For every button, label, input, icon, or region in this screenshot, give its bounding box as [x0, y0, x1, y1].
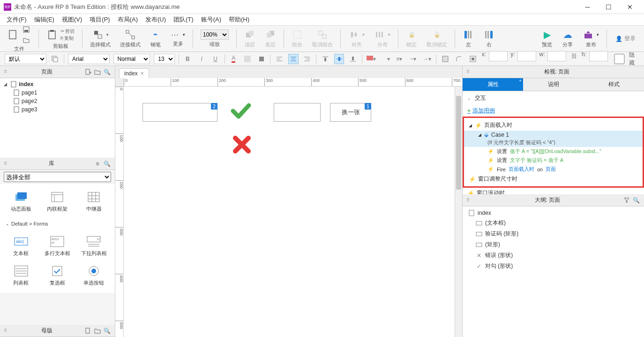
bold-button[interactable]: B: [183, 54, 193, 64]
valign-bottom-button[interactable]: [348, 54, 358, 64]
menu-file[interactable]: 文件(F): [5, 15, 29, 25]
send-back-icon[interactable]: [265, 29, 276, 40]
copy-style-icon[interactable]: [50, 54, 60, 64]
fill-color-button[interactable]: ▾: [366, 54, 376, 64]
lock-icon[interactable]: 🔒: [406, 29, 417, 40]
interactions-section-header[interactable]: ⌄ 交互: [463, 91, 644, 105]
outline-item-index[interactable]: index: [463, 208, 644, 218]
open-icon[interactable]: [22, 35, 31, 44]
select-mode-icon[interactable]: [92, 29, 104, 40]
new-file-icon[interactable]: [7, 29, 19, 40]
panel-handle-icon[interactable]: ⠿: [4, 161, 7, 166]
underline-button[interactable]: U: [210, 54, 221, 64]
lib-section-forms[interactable]: ⌄Default > Forms: [0, 219, 115, 228]
outline-item-textbox[interactable]: (文本框): [463, 218, 644, 228]
line-width-button[interactable]: ≡▾: [394, 54, 404, 64]
tree-item-page1[interactable]: page1: [0, 88, 115, 97]
lib-item-textarea[interactable]: abcdef多行文本框: [40, 232, 75, 260]
lib-item-iframe[interactable]: 内联框架: [40, 188, 75, 215]
cut-button[interactable]: ✂剪切: [60, 28, 75, 35]
panel-handle-icon[interactable]: ⠿: [4, 328, 7, 333]
distribute-icon[interactable]: [374, 29, 385, 40]
add-master-icon[interactable]: [84, 327, 92, 335]
lib-item-radio[interactable]: 单选按钮: [76, 262, 111, 289]
close-button[interactable]: ✕: [619, 0, 640, 14]
bring-front-icon[interactable]: [244, 29, 255, 40]
tree-item-page3[interactable]: page3: [0, 105, 115, 114]
search-master-icon[interactable]: 🔍: [103, 327, 111, 335]
menu-project[interactable]: 项目(P): [88, 15, 112, 25]
arrow-style-button[interactable]: →▾: [422, 54, 432, 64]
action-set-text[interactable]: ⚡ 设置 文字于 验证码 = 值于 A: [464, 156, 643, 165]
lib-item-repeater[interactable]: 中继器: [76, 188, 111, 215]
login-button[interactable]: 👤 登录: [611, 35, 640, 43]
text-color-button[interactable]: A: [228, 54, 239, 64]
inspector-tab-notes[interactable]: 说明: [523, 78, 584, 91]
font-size-select[interactable]: 13: [154, 54, 174, 64]
font-weight-select[interactable]: Normal: [113, 54, 150, 64]
dock-left-icon[interactable]: [463, 29, 474, 40]
preview-icon[interactable]: ▶: [541, 29, 553, 40]
maximize-button[interactable]: ☐: [598, 0, 619, 14]
align-center-button[interactable]: [288, 54, 299, 64]
panel-handle-icon[interactable]: ⠿: [466, 69, 470, 74]
menu-layout[interactable]: 布局(A): [116, 15, 140, 25]
inspector-tab-properties[interactable]: 属性*: [463, 78, 523, 91]
x-input[interactable]: [489, 51, 508, 61]
tree-item-page2[interactable]: page2: [0, 97, 115, 105]
canvas[interactable]: 2 1 换一张: [124, 87, 455, 337]
library-select[interactable]: 选择全部: [4, 172, 111, 182]
panel-handle-icon[interactable]: ⠿: [4, 69, 7, 74]
panel-handle-icon[interactable]: ⠿: [466, 198, 470, 203]
event-pageload[interactable]: ◢ ⚡ 页面载入时: [464, 120, 643, 131]
check-shape-widget[interactable]: [229, 101, 253, 122]
paste-icon[interactable]: [46, 29, 58, 40]
tab-close-icon[interactable]: ×: [141, 70, 144, 77]
zoom-select[interactable]: 100%: [201, 29, 229, 40]
corner-radius-button[interactable]: [454, 54, 464, 64]
outer-shadow-button[interactable]: [256, 54, 267, 64]
action-fire-event[interactable]: ⚡ Fire 页面载入时 on 页面: [464, 165, 643, 174]
add-page-icon[interactable]: [84, 68, 92, 76]
menu-account[interactable]: 账号(A): [199, 15, 223, 25]
outline-item-check-shape[interactable]: ✓ 对勾 (形状): [463, 261, 644, 271]
captcha-widget[interactable]: [274, 103, 321, 122]
bg-color-button[interactable]: [242, 54, 253, 64]
line-color-button[interactable]: ▾: [380, 54, 390, 64]
search-pages-icon[interactable]: 🔍: [103, 68, 111, 76]
valign-top-button[interactable]: [320, 54, 330, 64]
tab-index[interactable]: index ×: [119, 68, 149, 78]
lib-item-listbox[interactable]: 列表框: [4, 262, 38, 289]
more-icon[interactable]: ⋯: [171, 30, 180, 39]
outline-item-captcha[interactable]: 验证码 (矩形): [463, 228, 644, 239]
align-right-button[interactable]: [302, 54, 313, 64]
search-lib-icon[interactable]: 🔍: [103, 160, 111, 168]
lib-menu-icon[interactable]: ≡: [93, 160, 102, 168]
outline-item-rect[interactable]: (矩形): [463, 239, 644, 250]
inner-shadow-button[interactable]: [440, 54, 450, 64]
add-master-folder-icon[interactable]: [93, 327, 102, 335]
style-preset-select[interactable]: 默认: [5, 54, 46, 64]
lib-item-textbox[interactable]: abc|文本框: [4, 232, 38, 260]
refresh-button-widget[interactable]: 1 换一张: [330, 103, 371, 122]
align-icon[interactable]: [348, 29, 359, 40]
dock-right-icon[interactable]: [483, 29, 494, 40]
copy-button[interactable]: ⎘复制: [60, 35, 75, 42]
lib-item-dropdown[interactable]: 下拉列表框: [76, 232, 111, 260]
canvas-scrollbar-v[interactable]: [455, 87, 462, 337]
add-case-link[interactable]: +添加用例: [463, 105, 644, 117]
textbox-widget[interactable]: 2: [142, 103, 217, 122]
h-input[interactable]: [589, 51, 608, 61]
inspector-tab-style[interactable]: 样式: [584, 78, 644, 91]
case-row[interactable]: ◢ ⬙ Case 1: [464, 131, 643, 139]
menu-publish[interactable]: 发布(U): [143, 15, 168, 25]
lib-item-dynamic-panel[interactable]: 动态面板: [4, 188, 38, 215]
valign-middle-button[interactable]: [334, 54, 344, 64]
action-set-value[interactable]: ⚡ 设置 值于 A = "[[A]][[OnLoadVariable.subst…: [464, 147, 643, 156]
align-left-button[interactable]: [274, 54, 285, 64]
menu-team[interactable]: 团队(T): [172, 15, 195, 25]
lib-item-checkbox[interactable]: 复选框: [40, 262, 75, 289]
italic-button[interactable]: I: [196, 54, 207, 64]
w-input[interactable]: [547, 51, 566, 61]
line-style-button[interactable]: ╌▾: [408, 54, 419, 64]
